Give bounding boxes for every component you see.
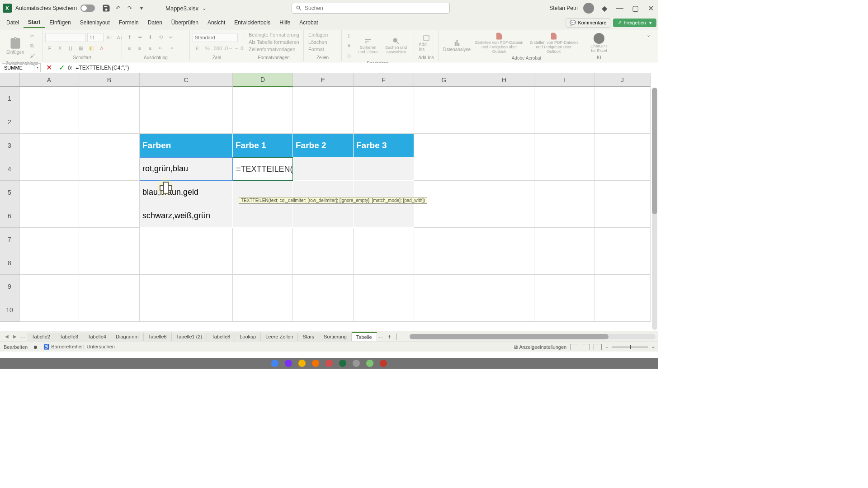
cell-h5[interactable] [474,181,534,204]
cell-j5[interactable] [594,181,651,204]
sheet-tab-tabelle[interactable]: Tabelle [352,332,377,341]
cell-c4[interactable]: rot,grün,blau [140,157,233,181]
taskbar-app-icon[interactable] [312,360,319,367]
cell-a2[interactable] [19,110,79,134]
sheet-nav-prev[interactable]: ◀ [3,333,11,341]
cell-g4[interactable] [414,157,474,181]
cell-d7[interactable] [233,228,293,251]
cell-j4[interactable] [594,157,651,181]
cell-j8[interactable] [594,251,651,275]
chatgpt-button[interactable]: ChatGPT for Excel [586,32,612,54]
col-header-a[interactable]: A [19,73,79,87]
col-header-b[interactable]: B [79,73,140,87]
premium-diamond-icon[interactable]: ◆ [599,3,609,13]
cell-c7[interactable] [140,228,233,251]
cell-a6[interactable] [19,204,79,228]
align-right-icon[interactable]: ≡ [146,44,155,53]
cell-f7[interactable] [354,228,414,251]
cell-j10[interactable] [594,298,651,322]
align-top-icon[interactable]: ⬆ [125,33,134,42]
currency-icon[interactable]: € [193,44,202,53]
row-header-10[interactable]: 10 [0,298,19,322]
undo-icon[interactable]: ↶ [113,4,123,13]
conditional-formatting-button[interactable]: Bedingte Formatierung [247,31,301,38]
cell-f4[interactable] [354,157,414,181]
cell-i4[interactable] [534,157,594,181]
decrease-indent-icon[interactable]: ⇤ [156,44,165,53]
cell-styles-button[interactable]: Zellenformatvorlagen [247,46,297,53]
cells-delete-button[interactable]: Löschen [307,38,329,46]
redo-icon[interactable]: ↷ [125,4,134,13]
cell-c1[interactable] [140,87,233,110]
cancel-formula-icon[interactable]: ✕ [44,63,53,72]
cell-a3[interactable] [19,134,79,157]
percent-icon[interactable]: % [203,44,212,53]
user-avatar[interactable] [583,3,594,14]
cell-c8[interactable] [140,251,233,275]
cell-c9[interactable] [140,275,233,298]
cell-e7[interactable] [293,228,354,251]
cell-h6[interactable] [474,204,534,228]
cell-d3[interactable]: Farbe 1 [233,134,293,157]
font-name-input[interactable] [45,33,86,42]
search-box[interactable] [292,3,450,14]
copy-icon[interactable]: ⧉ [28,41,37,50]
cell-c10[interactable] [140,298,233,322]
taskbar-app-icon[interactable] [353,360,360,367]
increase-indent-icon[interactable]: ⇥ [166,44,175,53]
cell-b10[interactable] [79,298,140,322]
cell-e3[interactable]: Farbe 2 [293,134,354,157]
cell-d10[interactable] [233,298,293,322]
name-box-dropdown[interactable]: ▾ [34,63,41,72]
cell-b3[interactable] [79,134,140,157]
col-header-d[interactable]: D [233,73,293,87]
cell-g1[interactable] [414,87,474,110]
align-middle-icon[interactable]: ⬌ [135,33,144,42]
sheet-tab-tabelle1-2[interactable]: Tabelle1 (2) [172,333,207,341]
cell-b7[interactable] [79,228,140,251]
sheet-nav-next[interactable]: ▶ [11,333,19,341]
bold-button[interactable]: F [45,44,54,53]
taskbar-app-icon[interactable] [298,360,306,367]
sheet-tab-tabelle4[interactable]: Tabelle4 [83,333,111,341]
cell-j9[interactable] [594,275,651,298]
decrease-font-icon[interactable]: A↓ [115,33,124,42]
cell-h2[interactable] [474,110,534,134]
cell-f2[interactable] [354,110,414,134]
cell-h1[interactable] [474,87,534,110]
increase-font-icon[interactable]: A↑ [105,33,114,42]
autosum-icon[interactable]: Σ [344,31,354,40]
underline-button[interactable]: U [66,44,75,53]
cut-icon[interactable]: ✂ [28,31,37,40]
tab-entwicklertools[interactable]: Entwicklertools [230,18,275,28]
cell-h9[interactable] [474,275,534,298]
cell-i3[interactable] [534,134,594,157]
tab-formeln[interactable]: Formeln [114,18,143,28]
cell-g10[interactable] [414,298,474,322]
formula-bar-input[interactable] [75,63,658,72]
paste-button[interactable]: Einfügen [5,36,26,56]
cell-b8[interactable] [79,251,140,275]
cell-g9[interactable] [414,275,474,298]
vertical-scrollbar[interactable] [652,88,657,330]
zoom-in-button[interactable]: + [652,344,655,350]
cell-e9[interactable] [293,275,354,298]
save-icon[interactable] [102,4,111,13]
horizontal-scrollbar[interactable] [410,334,656,339]
tab-ansicht[interactable]: Ansicht [203,18,230,28]
taskbar-app-icon[interactable] [326,360,333,367]
addins-button[interactable]: Add-Ins [417,33,435,53]
cell-f6[interactable] [354,204,414,228]
cell-h8[interactable] [474,251,534,275]
search-input[interactable] [305,5,446,11]
cell-c5[interactable]: blau,braun,geld [140,181,233,204]
macro-record-icon[interactable]: ⏺ [33,344,38,350]
border-button[interactable]: ▦ [76,44,85,53]
cell-f9[interactable] [354,275,414,298]
taskbar-app-icon[interactable] [380,360,387,367]
cell-f10[interactable] [354,298,414,322]
share-button[interactable]: ↗Freigeben ▾ [613,19,656,27]
cell-a1[interactable] [19,87,79,110]
sheet-tab-leere-zeilen[interactable]: Leere Zeilen [261,333,298,341]
cell-i2[interactable] [534,110,594,134]
